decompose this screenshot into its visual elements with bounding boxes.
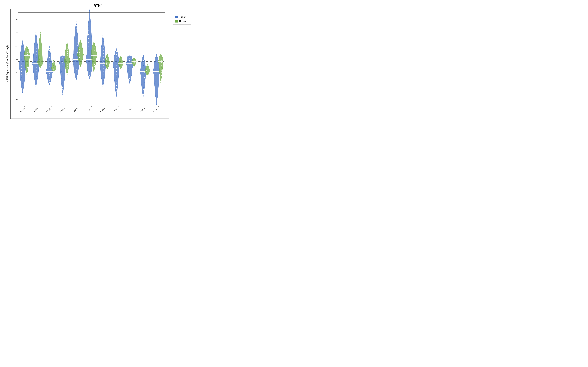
svg-rect-86 [39,47,40,47]
svg-rect-213 [80,39,81,40]
svg-rect-38 [27,71,27,71]
svg-rect-146 [61,73,62,74]
svg-rect-421 [156,93,156,93]
svg-rect-379 [143,92,144,92]
svg-rect-287 [106,59,107,59]
svg-rect-137 [62,94,63,95]
svg-rect-338 [129,82,130,82]
svg-rect-348 [129,65,129,66]
svg-rect-80 [40,59,40,59]
svg-rect-200 [80,60,80,61]
svg-rect-247 [95,52,95,53]
svg-rect-105 [50,66,50,67]
svg-rect-236 [94,71,94,72]
svg-rect-280 [106,65,107,66]
svg-rect-331 [121,57,121,57]
svg-rect-401 [147,72,147,73]
svg-rect-381 [144,87,144,87]
svg-rect-221 [89,63,89,64]
svg-rect-111 [49,53,50,53]
svg-rect-245 [95,56,95,56]
svg-rect-240 [94,64,95,65]
svg-rect-45 [28,59,28,59]
svg-rect-192 [76,28,77,29]
svg-rect-79 [40,61,40,62]
svg-rect-189 [77,39,78,39]
svg-rect-203 [79,56,80,56]
svg-rect-238 [94,68,95,68]
svg-rect-166 [67,55,68,56]
svg-rect-410 [147,67,147,67]
svg-rect-446 [161,65,162,66]
svg-rect-194 [76,22,77,22]
normal-swatch [175,20,178,23]
svg-rect-209 [80,46,80,46]
legend-area: Tumor Normal [169,9,191,119]
svg-rect-190 [77,35,77,36]
svg-rect-92 [40,34,40,35]
svg-rect-270 [103,47,104,48]
svg-rect-405 [146,69,147,70]
svg-rect-173 [67,42,67,42]
svg-rect-126 [53,65,54,66]
y-axis-label: mRNA Expression (RNASeq V2, log2) [5,9,10,119]
legend-item-tumor: Tumor [175,16,189,18]
svg-rect-88 [39,42,40,43]
svg-rect-179 [76,72,77,73]
svg-rect-33 [22,43,23,44]
svg-rect-26 [21,65,22,66]
svg-rect-385 [144,77,145,78]
svg-rect-288 [106,58,107,59]
svg-rect-208 [79,47,80,48]
svg-rect-21 [22,80,22,81]
svg-rect-407 [147,68,147,69]
svg-rect-117 [53,71,54,71]
svg-rect-306 [116,71,117,72]
svg-rect-118 [53,70,54,71]
svg-rect-303 [116,80,117,80]
svg-rect-433 [156,57,157,57]
svg-rect-165 [67,57,68,58]
svg-rect-157 [67,72,68,73]
svg-rect-58 [36,83,36,83]
svg-rect-106 [50,64,50,65]
svg-rect-181 [77,66,77,66]
svg-rect-432 [156,60,156,60]
svg-rect-48 [27,54,28,55]
svg-rect-119 [53,69,54,70]
svg-rect-257 [103,86,103,86]
svg-rect-253 [94,42,94,42]
svg-rect-413 [147,65,148,65]
svg-rect-169 [67,49,68,50]
svg-rect-311 [116,57,117,58]
svg-rect-426 [155,78,156,78]
svg-rect-293 [107,54,108,54]
svg-rect-31 [22,50,22,50]
chart-title: RTN4 [94,4,102,8]
svg-rect-160 [67,66,68,67]
svg-rect-18 [22,90,23,90]
svg-rect-102 [49,73,50,74]
svg-rect-277 [107,68,107,68]
svg-rect-39 [27,69,28,69]
svg-rect-443 [161,70,162,71]
svg-rect-380 [143,89,144,90]
svg-rect-78 [40,63,40,64]
svg-rect-196 [80,67,81,68]
svg-rect-123 [53,67,54,67]
svg-rect-110 [49,55,50,56]
svg-rect-62 [36,70,36,71]
svg-rect-400 [147,73,147,73]
svg-rect-144 [61,78,62,79]
svg-rect-262 [103,71,104,72]
svg-rect-53 [26,46,27,46]
svg-text:COAD: COAD [46,107,52,113]
svg-rect-283 [106,63,107,63]
svg-rect-206 [79,51,80,51]
svg-rect-310 [116,60,117,60]
svg-rect-93 [40,33,41,33]
svg-rect-82 [39,55,40,56]
svg-rect-312 [116,54,117,55]
svg-rect-72 [36,39,36,39]
svg-rect-212 [80,41,81,41]
